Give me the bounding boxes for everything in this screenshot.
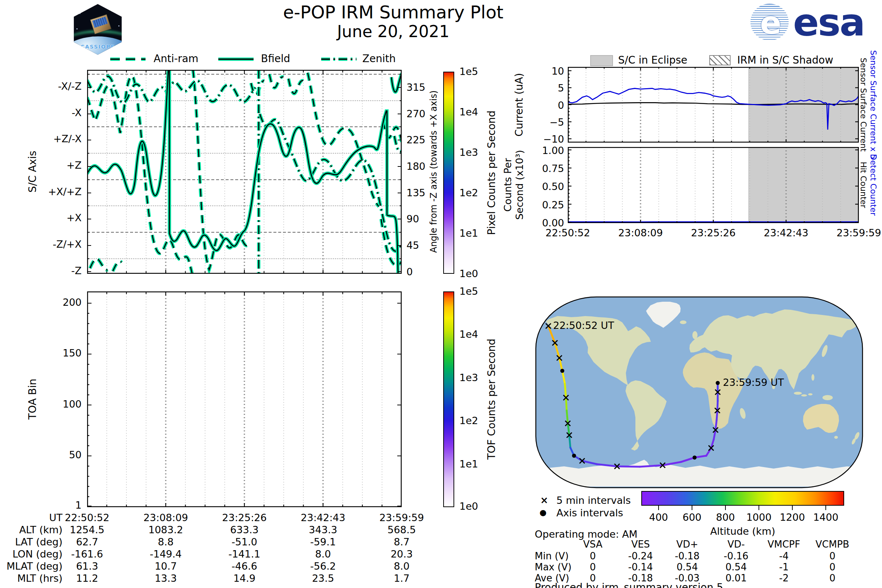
ephem-cell: -46.6 <box>205 561 284 571</box>
vt-cell: 0 <box>569 551 616 561</box>
esa-globe-icon: e <box>750 4 789 40</box>
vt-cell: 0.54 <box>712 562 760 572</box>
ephem-cell: 11.2 <box>48 573 126 583</box>
ephem-cell: 8.0 <box>362 561 441 571</box>
vt-cell: -4 <box>760 551 808 561</box>
ephem-cell: 8.8 <box>126 537 205 547</box>
legend-zenith-label: Zenith <box>362 54 396 64</box>
ytick: 0 <box>529 100 564 110</box>
dot-marker-icon: ● <box>540 508 546 517</box>
vt-cell: -0.18 <box>663 551 711 561</box>
ytick: 200 <box>42 297 82 307</box>
vt-col: VES <box>616 540 664 549</box>
ytick: +Z/-X <box>21 134 82 144</box>
alt-tick: 400 <box>644 512 673 522</box>
esa-logo: esa <box>793 0 864 45</box>
produced-by: Produced by irm_summary version 5 <box>535 582 723 588</box>
ephem-cell: 10.7 <box>126 561 205 571</box>
ytick: +X/+Z <box>21 187 82 196</box>
eclipse-region <box>748 147 859 223</box>
vt-cell: 0 <box>808 551 856 561</box>
track-end-label: 23:59:59 UT <box>723 376 784 388</box>
cassiope-mission-patch: CASSIOPE <box>69 2 127 57</box>
vt-col: VD+ <box>663 540 711 549</box>
ephem-cell: -51.0 <box>205 537 284 547</box>
toa-plot <box>87 291 402 507</box>
eclipse-legend-swatch <box>590 55 613 66</box>
ephem-cell: 14.9 <box>205 573 284 583</box>
star-icon <box>112 10 113 12</box>
ephem-cell: 22:50:52 <box>48 513 126 523</box>
ytick: 5 <box>529 83 564 93</box>
major-gridlines <box>166 291 323 507</box>
ephem-cell: 1083.2 <box>126 525 205 535</box>
ephem-cell: 343.3 <box>284 525 362 535</box>
cbtick-label: 1e1 <box>459 459 478 469</box>
legend-bfield-label: Bfield <box>261 54 290 64</box>
alt-tick: 800 <box>711 512 740 522</box>
pixel-counts-colorbar-label: Pixel Counts per Second <box>486 111 498 235</box>
legend-zenith-sample <box>321 55 357 63</box>
y2tick: 315 <box>406 82 426 92</box>
five-min-legend-label: 5 min intervals <box>556 495 631 506</box>
legend-antiram-sample <box>110 55 146 63</box>
current-right-label-blue: Sensor Surface Current x 5 <box>869 50 878 159</box>
ephem-cell: 13.3 <box>126 573 205 583</box>
cbtick-label: 1e3 <box>459 373 478 382</box>
y2tick: 135 <box>406 188 426 198</box>
vt-cell: -0.16 <box>712 551 760 561</box>
xtick: 23:59:59 <box>830 228 882 238</box>
ephem-cell: 61.3 <box>48 561 126 571</box>
tof-counts-colorbar <box>443 291 454 507</box>
counts-right-label-blue: Detect Counter <box>869 154 878 216</box>
vt-col: VMCPF <box>760 540 808 549</box>
y2tick: 270 <box>406 109 426 119</box>
track-start-label: 22:50:52 UT <box>553 320 615 331</box>
alt-tick: 1400 <box>811 512 840 522</box>
current-ylabel: Current (uA) <box>513 73 525 137</box>
ytick: 0.00 <box>529 218 564 228</box>
axis-interval-legend-label: Axis intervals <box>556 508 623 518</box>
cbtick-label: 1e5 <box>459 286 478 296</box>
y2tick: 225 <box>406 135 426 145</box>
vt-cell: -1 <box>760 562 808 572</box>
epop-irm-summary-page: { "header": { "title": "e-POP IRM Summar… <box>0 0 882 588</box>
ytick: -Z/+X <box>21 239 82 249</box>
ephem-cell: 8.7 <box>362 537 441 547</box>
cbtick-label: 1e3 <box>459 147 478 157</box>
star-icon <box>118 26 119 27</box>
ephem-cell: 62.7 <box>48 537 126 547</box>
vt-col: VD- <box>712 540 760 549</box>
ytick: 0.75 <box>529 164 564 174</box>
cbtick-label: 1e2 <box>459 416 478 426</box>
legend-bfield-sample <box>218 55 254 63</box>
ephem-cell: 23:08:09 <box>126 513 205 523</box>
tof-counts-colorbar-label: TOF Counts per Second <box>486 339 498 459</box>
ephem-cell: 633.3 <box>205 525 284 535</box>
counts-right-label-black: Hit Counter <box>859 162 868 208</box>
cbtick-label: 1e4 <box>459 329 478 339</box>
cbtick-label: 1e1 <box>459 228 478 238</box>
cbtick-label: 1e2 <box>459 188 478 198</box>
altitude-colorbar-label: Altitude (km) <box>699 526 787 536</box>
sc-axis-y2label: Angle from -Z axis (towards +X axis) <box>429 90 439 253</box>
ytick: −5 <box>529 117 564 127</box>
minor-gridlines <box>107 291 382 507</box>
ephem-cell: -161.6 <box>48 549 126 559</box>
ytick: 0.50 <box>529 182 564 192</box>
star-icon <box>76 28 78 29</box>
vt-cell: 0 <box>569 562 616 572</box>
ytick: −10 <box>529 134 564 144</box>
counts-ylabel: Counts PerSecond (x10³) <box>502 150 526 220</box>
page-title: e-POP IRM Summary Plot <box>220 2 566 22</box>
shadow-legend-label: IRM in S/C Shadow <box>737 55 833 65</box>
ytick: -X/-Z <box>21 81 82 91</box>
ephem-cell: 23.5 <box>284 573 362 583</box>
xtick: 22:50:52 <box>538 228 597 238</box>
vt-cell: -0.14 <box>616 562 664 572</box>
altitude-colorbar <box>641 491 844 506</box>
shadow-legend-swatch <box>709 55 730 65</box>
alt-tick: 600 <box>677 512 707 522</box>
ephem-cell: 1.7 <box>362 573 441 583</box>
ytick: 1.00 <box>529 146 564 156</box>
